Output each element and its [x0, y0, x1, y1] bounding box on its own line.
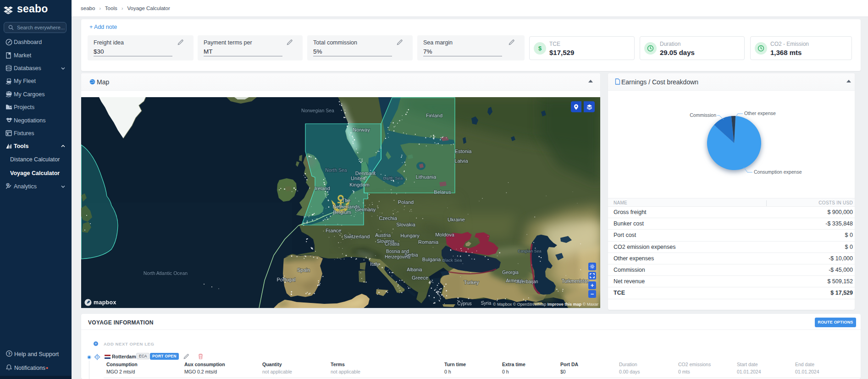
svg-text:Norwegian Sea: Norwegian Sea [301, 108, 334, 113]
svg-text:Serbia: Serbia [405, 253, 418, 258]
svg-text:Poland: Poland [398, 199, 414, 205]
svg-text:Moldova: Moldova [435, 232, 454, 237]
svg-text:Turkey: Turkey [464, 280, 479, 285]
svg-text:North Atlantic Ocean: North Atlantic Ocean [144, 270, 188, 276]
svg-text:Spain: Spain [297, 267, 310, 273]
svg-text:Belarus: Belarus [434, 189, 451, 195]
svg-text:Black Sea: Black Sea [442, 258, 462, 263]
svg-text:Austria: Austria [375, 232, 391, 238]
svg-text:Slovakia: Slovakia [396, 222, 415, 227]
svg-text:?: ? [8, 352, 10, 356]
svg-text:The: The [342, 198, 351, 203]
svg-text:Commission: Commission [690, 112, 716, 118]
svg-text:Cyprus: Cyprus [457, 301, 472, 306]
svg-text:Croatia: Croatia [385, 242, 400, 247]
svg-text:Estonia: Estonia [455, 148, 472, 154]
svg-text:Baltic Sea: Baltic Sea [383, 176, 403, 181]
svg-text:Consumption expense: Consumption expense [754, 169, 802, 175]
svg-text:Greece: Greece [412, 275, 428, 280]
svg-text:Lithuania: Lithuania [416, 174, 437, 180]
svg-text:Norway: Norway [353, 127, 370, 132]
svg-text:Ireland: Ireland [315, 186, 330, 191]
svg-text:Switzerland: Switzerland [344, 234, 370, 239]
svg-text:$: $ [7, 183, 8, 186]
svg-text:Romania: Romania [418, 239, 439, 245]
svg-text:Finland: Finland [426, 113, 442, 118]
svg-text:Bulgaria: Bulgaria [422, 257, 441, 262]
svg-text:Syria: Syria [481, 301, 492, 306]
svg-text:Azerbaijan: Azerbaijan [516, 279, 538, 284]
svg-text:United: United [351, 176, 365, 181]
svg-text:Albania: Albania [407, 267, 422, 272]
svg-text:Kingdom: Kingdom [349, 182, 369, 187]
svg-text:Hungary: Hungary [400, 233, 420, 238]
svg-text:North Sea: North Sea [325, 167, 347, 173]
svg-text:Belgium: Belgium [333, 209, 351, 215]
svg-text:France: France [326, 228, 341, 233]
svg-text:Germany: Germany [355, 207, 376, 212]
svg-text:Italy: Italy [370, 261, 380, 267]
svg-text:Portugal: Portugal [277, 277, 296, 282]
svg-text:Georgia: Georgia [502, 270, 519, 275]
svg-text:Caspian Sea: Caspian Sea [518, 249, 542, 253]
svg-text:Ukraine: Ukraine [448, 217, 465, 222]
svg-text:Turkmenistan: Turkmenistan [562, 279, 589, 284]
svg-text:Czechia: Czechia [379, 215, 398, 221]
svg-text:Other expense: Other expense [744, 110, 776, 116]
svg-text:Latvia: Latvia [454, 158, 468, 164]
